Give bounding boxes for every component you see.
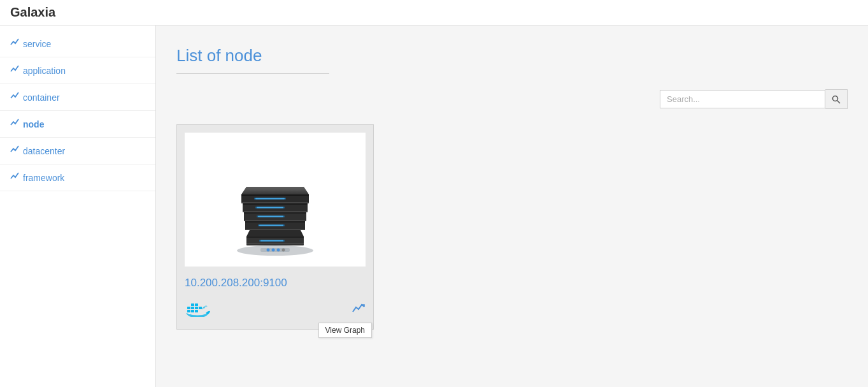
node-address: 10.200.208.200:9100: [185, 274, 366, 292]
svg-rect-3: [260, 248, 290, 252]
main-layout: service application container: [0, 26, 868, 387]
svg-rect-37: [187, 310, 190, 312]
svg-rect-10: [246, 243, 304, 244]
search-button[interactable]: [825, 89, 848, 109]
search-bar: [176, 89, 848, 109]
datacenter-icon: [10, 145, 19, 156]
sidebar-item-datacenter[interactable]: datacenter: [0, 138, 155, 164]
service-icon: [10, 38, 19, 49]
svg-rect-20: [244, 220, 306, 221]
search-icon: [832, 95, 841, 104]
svg-rect-30: [241, 202, 309, 203]
chart-icon[interactable]: [352, 305, 366, 318]
sidebar-label-application: application: [23, 66, 66, 76]
graph-icon-svg: [352, 302, 366, 316]
svg-rect-29: [241, 194, 309, 196]
sidebar-label-service: service: [23, 39, 51, 49]
svg-rect-39: [195, 310, 198, 312]
sidebar-label-node: node: [23, 119, 44, 129]
search-input[interactable]: [660, 90, 825, 108]
svg-rect-36: [199, 307, 202, 309]
sidebar-label-datacenter: datacenter: [23, 146, 65, 156]
svg-rect-15: [245, 229, 305, 230]
svg-point-7: [282, 248, 285, 251]
cards-container: 10.200.208.200:9100: [176, 124, 848, 330]
svg-line-1: [837, 100, 841, 103]
svg-rect-34: [191, 307, 194, 309]
svg-point-6: [277, 248, 280, 251]
svg-rect-40: [191, 303, 194, 306]
docker-icon: [185, 301, 210, 319]
sidebar: service application container: [0, 26, 156, 387]
app-title: Galaxia: [10, 5, 55, 20]
node-icon: [10, 119, 19, 129]
svg-rect-14: [245, 221, 305, 223]
svg-rect-35: [195, 307, 198, 309]
page-title: List of node: [176, 46, 329, 74]
svg-point-0: [833, 96, 838, 101]
application-icon: [10, 65, 19, 76]
svg-rect-32: [255, 198, 285, 199]
svg-rect-33: [187, 307, 190, 309]
sidebar-item-service[interactable]: service: [0, 31, 155, 57]
node-image-area: [185, 133, 366, 267]
svg-point-42: [189, 313, 190, 314]
content-area: List of node: [156, 26, 868, 387]
svg-point-5: [272, 248, 275, 251]
svg-point-4: [267, 248, 270, 251]
framework-icon: [10, 172, 19, 183]
svg-rect-22: [258, 215, 283, 217]
svg-rect-38: [191, 310, 194, 312]
sidebar-item-application[interactable]: application: [0, 57, 155, 84]
svg-rect-9: [246, 237, 304, 238]
view-graph-tooltip: View Graph: [318, 323, 372, 338]
sidebar-label-container: container: [23, 92, 60, 103]
header: Galaxia: [0, 0, 868, 26]
container-icon: [10, 92, 19, 103]
tooltip-container: View Graph: [352, 302, 366, 319]
node-card: 10.200.208.200:9100: [176, 124, 374, 330]
sidebar-item-framework[interactable]: framework: [0, 164, 155, 191]
svg-rect-27: [257, 207, 283, 208]
sidebar-label-framework: framework: [23, 173, 64, 183]
svg-rect-12: [260, 240, 283, 241]
svg-rect-19: [244, 212, 306, 214]
svg-rect-24: [243, 203, 308, 205]
sidebar-item-container[interactable]: container: [0, 84, 155, 111]
sidebar-item-node[interactable]: node: [0, 111, 155, 138]
svg-rect-25: [243, 211, 308, 212]
svg-rect-41: [195, 303, 198, 306]
docker-svg: [185, 301, 210, 319]
server-image: [227, 141, 323, 259]
node-footer: View Graph: [185, 298, 366, 321]
svg-rect-17: [259, 224, 283, 226]
